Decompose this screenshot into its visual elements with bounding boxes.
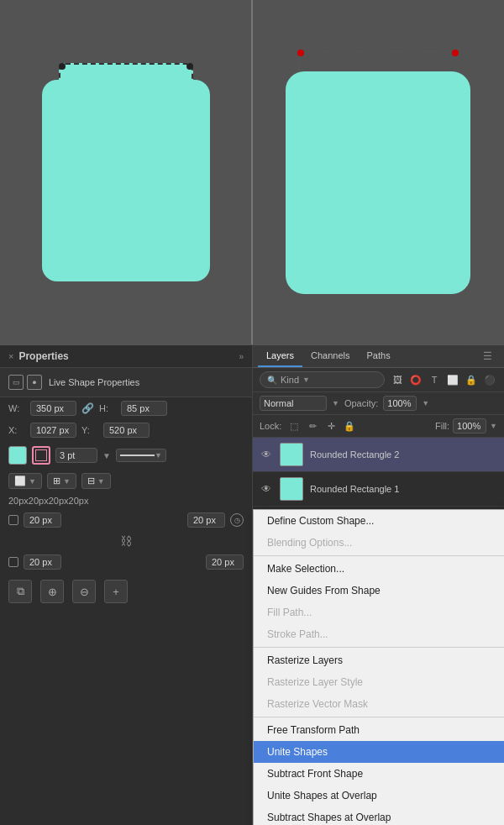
layer-0-visibility[interactable]: 👁 bbox=[260, 448, 273, 461]
corner-tl-checkbox[interactable] bbox=[8, 515, 18, 525]
ctx-fill-path: Fill Path... bbox=[254, 602, 504, 623]
corner-tl-value[interactable]: 20 px bbox=[24, 512, 61, 528]
panel-collapse-button[interactable]: » bbox=[239, 352, 244, 361]
ctx-define-custom-shape[interactable]: Define Custom Shape... bbox=[254, 510, 504, 532]
corner-bl-value[interactable]: 20 px bbox=[24, 554, 61, 570]
layer-item-0[interactable]: 👁 Rounded Rectangle 2 bbox=[253, 438, 504, 472]
fill-chevron[interactable]: ▼ bbox=[490, 422, 497, 430]
corner-tr-value[interactable]: 20 px bbox=[187, 512, 225, 528]
filter-shape-icon[interactable]: ⬜ bbox=[445, 372, 460, 387]
panel-header: × Properties » bbox=[0, 345, 252, 368]
ctx-sep-2 bbox=[254, 647, 504, 648]
layer-1-visibility[interactable]: 👁 bbox=[260, 482, 273, 496]
ctx-new-guides[interactable]: New Guides From Shape bbox=[254, 580, 504, 602]
action-icon-2[interactable]: ⊕ bbox=[40, 580, 64, 603]
wh-row: W: 350 px 🔗 H: 85 px bbox=[0, 397, 252, 419]
shape-join-select[interactable]: ⬜▼ bbox=[8, 473, 42, 489]
blend-chevron[interactable]: ▼ bbox=[332, 399, 339, 407]
shape-options-row: ⬜▼ ⊞▼ ⊟▼ bbox=[0, 470, 252, 492]
left-clipboard-shape bbox=[42, 63, 210, 281]
opacity-label: Opacity: bbox=[344, 398, 378, 408]
ctx-subtract-shapes-at-overlap[interactable]: Subtract Shapes at Overlap bbox=[254, 807, 504, 825]
ctx-rasterize-layer-style: Rasterize Layer Style bbox=[254, 671, 504, 693]
opacity-value[interactable]: 100% bbox=[383, 396, 417, 411]
corner-bl-checkbox[interactable] bbox=[8, 557, 18, 567]
y-value[interactable]: 520 px bbox=[103, 423, 150, 438]
tab-layers[interactable]: Layers bbox=[258, 345, 302, 367]
lock-transparent-btn[interactable]: ⬚ bbox=[286, 418, 302, 434]
ctx-rasterize-layers[interactable]: Rasterize Layers bbox=[254, 649, 504, 671]
ctx-stroke-path: Stroke Path... bbox=[254, 623, 504, 645]
stroke-width-chevron[interactable]: ▼ bbox=[102, 451, 111, 460]
layers-menu-icon[interactable]: ☰ bbox=[476, 345, 499, 367]
shape-icon-rect: ▭ bbox=[8, 375, 24, 390]
panel-close-button[interactable]: × bbox=[8, 351, 13, 361]
ctx-blending-options: Blending Options... bbox=[254, 532, 504, 554]
ctx-free-transform-path[interactable]: Free Transform Path bbox=[254, 719, 504, 741]
stroke-line-select[interactable]: ▼ bbox=[116, 449, 166, 462]
link-icon[interactable]: 🔗 bbox=[81, 402, 94, 414]
right-body bbox=[286, 71, 470, 294]
search-chevron: ▼ bbox=[302, 376, 310, 384]
layer-1-name: Rounded Rectangle 1 bbox=[310, 484, 497, 494]
opacity-chevron[interactable]: ▼ bbox=[422, 399, 429, 407]
canvas-left bbox=[0, 0, 252, 344]
right-clipboard-shape bbox=[286, 50, 470, 294]
action-icon-1[interactable]: ⧉ bbox=[8, 580, 32, 603]
filter-type-icon[interactable]: T bbox=[427, 372, 442, 387]
layers-search-field[interactable]: 🔍 Kind ▼ bbox=[260, 371, 385, 388]
action-icon-3[interactable]: ⊖ bbox=[72, 580, 96, 603]
ctx-unite-shapes-at-overlap[interactable]: Unite Shapes at Overlap bbox=[254, 785, 504, 807]
x-value[interactable]: 1027 px bbox=[30, 423, 76, 438]
live-shape-header: ▭ ● Live Shape Properties bbox=[0, 368, 252, 397]
shape-distribute-select[interactable]: ⊟▼ bbox=[81, 473, 111, 489]
action-icons-row: ⧉ ⊕ ⊖ + bbox=[0, 573, 252, 610]
tab-paths[interactable]: Paths bbox=[359, 345, 399, 367]
canvas-right bbox=[252, 0, 504, 344]
lock-pixel-btn[interactable]: ✏ bbox=[305, 418, 320, 434]
ctx-make-selection[interactable]: Make Selection... bbox=[254, 558, 504, 580]
ctx-sep-1 bbox=[254, 555, 504, 556]
context-menu: Define Custom Shape... Blending Options.… bbox=[253, 509, 504, 825]
filter-toggle-icon[interactable]: ⚫ bbox=[482, 372, 497, 387]
corner-top-row: 20 px 20 px ◷ bbox=[0, 509, 252, 531]
chain-link-icon[interactable]: ⛓ bbox=[120, 534, 132, 548]
layers-search-row: 🔍 Kind ▼ 🖼 ⭕ T ⬜ 🔒 ⚫ bbox=[253, 368, 504, 392]
shape-align-select[interactable]: ⊞▼ bbox=[47, 473, 76, 489]
live-shape-title: Live Shape Properties bbox=[49, 377, 139, 387]
ctx-rasterize-vector-mask: Rasterize Vector Mask bbox=[254, 693, 504, 715]
lock-position-btn[interactable]: ✛ bbox=[323, 418, 339, 434]
layer-item-1[interactable]: 👁 Rounded Rectangle 1 bbox=[253, 472, 504, 507]
color-stroke-row: 3 pt ▼ ▼ bbox=[0, 441, 252, 470]
panel-title: Properties bbox=[18, 350, 68, 362]
stroke-color-swatch[interactable] bbox=[32, 446, 50, 465]
search-kind-label: Kind bbox=[281, 375, 299, 385]
ctx-unite-shapes[interactable]: Unite Shapes bbox=[254, 741, 504, 763]
w-label: W: bbox=[8, 403, 25, 413]
h-label: H: bbox=[99, 403, 116, 413]
corner-br-value[interactable]: 20 px bbox=[206, 554, 244, 570]
layer-1-thumbnail bbox=[280, 477, 303, 501]
lock-label: Lock: bbox=[260, 421, 281, 431]
filter-adjust-icon[interactable]: ⭕ bbox=[408, 372, 423, 387]
layers-lock-row: Lock: ⬚ ✏ ✛ 🔒 Fill: 100% ▼ bbox=[253, 415, 504, 438]
properties-panel: × Properties » ▭ ● Live Shape Properties… bbox=[0, 344, 252, 825]
tab-channels[interactable]: Channels bbox=[302, 345, 358, 367]
ctx-subtract-front-shape[interactable]: Subtract Front Shape bbox=[254, 763, 504, 785]
corner-bottom-row: 20 px 20 px bbox=[0, 551, 252, 573]
blend-mode-select[interactable]: Normal bbox=[260, 396, 327, 411]
filter-pixel-icon[interactable]: 🖼 bbox=[390, 372, 405, 387]
live-shape-icons: ▭ ● bbox=[8, 375, 42, 390]
stroke-width-select[interactable]: 3 pt bbox=[55, 448, 97, 463]
fill-value[interactable]: 100% bbox=[453, 418, 486, 434]
w-value[interactable]: 350 px bbox=[30, 401, 76, 416]
filter-smart-icon[interactable]: 🔒 bbox=[464, 372, 479, 387]
fill-color-swatch[interactable] bbox=[8, 446, 27, 465]
x-label: X: bbox=[8, 425, 25, 435]
lock-all-btn[interactable]: 🔒 bbox=[342, 418, 357, 434]
ctx-sep-3 bbox=[254, 717, 504, 717]
handle-tr bbox=[452, 50, 459, 56]
fill-label: Fill: bbox=[435, 421, 449, 431]
action-icon-4[interactable]: + bbox=[104, 580, 128, 603]
h-value[interactable]: 85 px bbox=[121, 401, 167, 416]
